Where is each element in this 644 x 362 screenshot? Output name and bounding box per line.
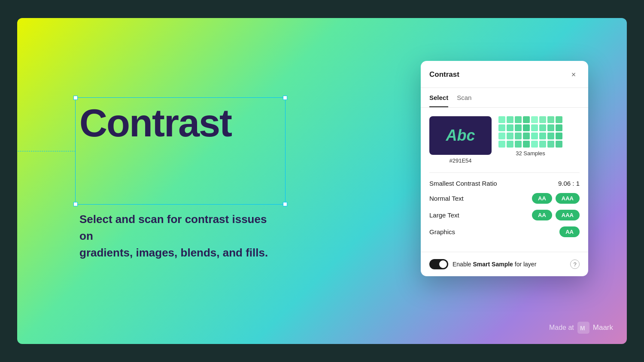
sample-cell [515,124,522,131]
outer-frame: Contrast Select and scan for contrast is… [17,18,627,344]
sample-cell [531,133,538,139]
samples-container: 32 Samples [498,116,562,157]
sample-cell [556,133,562,139]
contrast-modal: Contrast × Select Scan Abc #291E54 [421,61,588,276]
graphics-row: Graphics AA [429,226,580,237]
sample-cell [547,124,554,131]
sample-cell [556,116,562,123]
canvas-background: Contrast Select and scan for contrast is… [17,18,627,344]
sample-cell [515,141,522,148]
smart-sample-text: Enable Smart Sample for layer [453,261,536,268]
normal-text-row: Normal Text AA AAA [429,193,580,204]
handle-br [283,202,287,206]
color-swatch: Abc [429,116,492,155]
contrast-ratio-label: Smallest Contrast Ratio [429,180,497,187]
large-text-row: Large Text AA AAA [429,210,580,220]
sample-cell [498,124,505,131]
sample-cell [515,133,522,139]
normal-text-badges: AA AAA [532,193,580,204]
tab-select[interactable]: Select [429,94,448,107]
modal-tabs: Select Scan [421,88,588,108]
color-preview-row: Abc #291E54 32 Samples [429,116,580,164]
sample-cell [556,124,562,131]
canvas-subtitle: Select and scan for contrast issues on g… [79,211,277,261]
sample-cell [523,141,530,148]
color-hex-label: #291E54 [449,157,471,164]
sample-cell [547,116,554,123]
sample-cell [523,116,530,123]
close-button[interactable]: × [568,69,580,81]
modal-body: Abc #291E54 32 Samples Smallest Contrast [421,108,588,252]
large-text-badges: AA AAA [532,210,580,220]
contrast-results: Smallest Contrast Ratio 9.06 : 1 Normal … [429,172,580,237]
normal-text-aa-badge: AA [532,193,552,204]
sample-cell [507,133,513,139]
sample-cell [507,116,513,123]
maark-branding: Made at M Maark [549,322,613,334]
modal-title: Contrast [429,70,459,79]
sample-cell [547,133,554,139]
handle-tl [73,96,78,100]
sample-cell [539,116,546,123]
sample-cell [498,116,505,123]
handle-tr [283,96,287,100]
graphics-badges: AA [559,226,580,237]
modal-footer: Enable Smart Sample for layer ? [421,252,588,276]
help-icon[interactable]: ? [570,259,580,269]
sample-cell [498,133,505,139]
made-at-text: Made at [549,324,574,332]
sample-cell [547,141,554,148]
large-text-aa-badge: AA [532,210,552,220]
sample-cell [531,124,538,131]
graphics-label: Graphics [429,228,455,235]
sample-cell [539,133,546,139]
contrast-ratio-row: Smallest Contrast Ratio 9.06 : 1 [429,180,580,187]
sample-cell [515,116,522,123]
samples-grid [498,116,562,148]
graphics-aa-badge: AA [559,226,580,237]
sample-cell [531,116,538,123]
smart-sample-toggle[interactable] [429,259,448,269]
sample-cell [539,124,546,131]
modal-header: Contrast × [421,61,588,88]
abc-preview-text: Abc [446,127,475,145]
sample-cell [498,141,505,148]
sample-cell [531,141,538,148]
company-name: Maark [593,323,613,332]
handle-bl [73,202,78,206]
contrast-ratio-value: 9.06 : 1 [558,180,580,187]
footer-left: Enable Smart Sample for layer [429,259,536,269]
sample-cell [507,124,513,131]
large-text-aaa-badge: AAA [556,210,580,220]
normal-text-label: Normal Text [429,195,464,202]
normal-text-aaa-badge: AAA [556,193,580,204]
sample-cell [523,124,530,131]
sample-cell [507,141,513,148]
svg-text:M: M [580,325,585,332]
canvas-heading: Contrast [79,104,231,142]
large-text-label: Large Text [429,211,459,219]
tab-scan[interactable]: Scan [457,94,471,107]
sample-cell [523,133,530,139]
maark-logo-icon: M [577,322,589,334]
samples-count-label: 32 Samples [516,150,545,157]
sample-cell [539,141,546,148]
sample-cell [556,141,562,148]
